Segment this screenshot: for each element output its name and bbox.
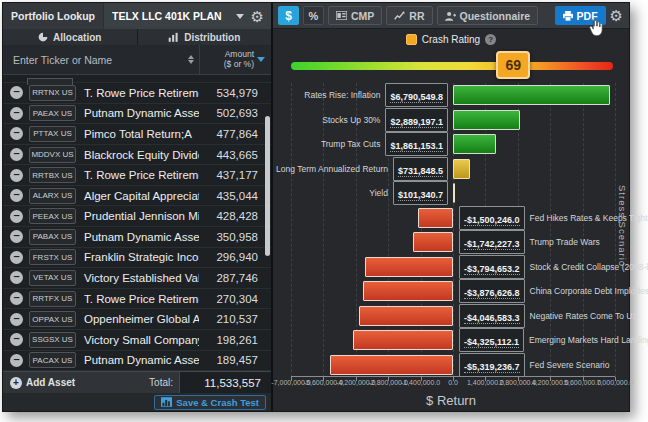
help-icon[interactable]: ? [485,34,496,45]
crash-rating-label: Crash Rating [422,34,480,45]
chart-bar[interactable] [365,257,453,277]
chart-bar[interactable] [453,85,610,105]
ticker-badge[interactable]: PEEAX US [29,208,76,224]
chart-bar[interactable] [413,232,453,252]
tab-allocation-label: Allocation [53,32,101,43]
table-row: –OPPAX USOppenheimer Global A210,537 [3,309,271,330]
table-row: –PACAX USPutnam Dynamic Asset Allocation… [3,351,271,371]
plan-select[interactable]: TELX LLC 401K PLAN [112,10,229,22]
table-row: –RRTFX UST. Rowe Price Retirement 2050 R… [3,289,271,310]
asset-amount[interactable]: 270,304 [199,293,271,305]
tab-distribution[interactable]: Distribution [138,29,272,45]
remove-asset-button[interactable]: – [10,169,23,182]
cmp-button[interactable]: CMP [328,6,382,25]
ticker-badge[interactable]: RRTNX US [29,85,76,101]
remove-asset-button[interactable]: – [10,251,23,264]
scenario-name: Rates Rise: Inflation [304,90,380,100]
pdf-button[interactable]: PDF [555,6,606,25]
scenario-value[interactable]: -$1,742,227.3 [459,230,525,254]
asset-amount[interactable]: 296,940 [199,251,271,263]
ticker-badge[interactable]: RRTBX US [29,167,76,183]
asset-amount[interactable]: 198,261 [199,334,271,346]
asset-amount[interactable]: 189,457 [199,354,271,366]
tab-allocation[interactable]: Allocation [3,29,138,45]
percent-view-button[interactable]: % [303,6,324,25]
remove-asset-button[interactable]: – [10,148,23,161]
chart-bar[interactable] [453,110,520,130]
asset-amount[interactable]: 502,693 [199,107,271,119]
ticker-badge[interactable]: FRSTX US [29,249,76,265]
sort-icon[interactable] [188,55,194,64]
ticker-badge[interactable]: PTTAX US [29,126,76,142]
save-crash-test-button[interactable]: Save & Crash Test [154,395,266,410]
ticker-badge[interactable]: PABAX US [29,229,76,245]
asset-amount[interactable]: 435,044 [199,190,271,202]
remove-asset-button[interactable]: – [10,86,23,99]
scenario-value[interactable]: $6,790,549.8 [385,83,448,107]
remove-asset-button[interactable]: – [10,127,23,140]
scenario-value[interactable]: -$3,876,626.8 [459,279,525,303]
table-row: –PABAX USPutnam Dynamic Asset Allocation… [3,227,271,248]
asset-amount[interactable]: 287,746 [199,272,271,284]
ticker-search-input[interactable]: Enter Ticker or Name [3,54,188,66]
scenario-value[interactable]: $2,889,197.1 [385,108,448,132]
ticker-badge[interactable]: SSGSX US [29,332,76,348]
chart-bar[interactable] [359,306,453,326]
scenario-value[interactable]: -$3,794,653.2 [459,255,525,279]
chart-bar[interactable] [353,330,453,350]
asset-amount[interactable]: 477,864 [199,128,271,140]
amount-dropdown-icon[interactable] [257,57,265,62]
chart-bar[interactable] [453,159,470,179]
asset-amount[interactable]: 350,958 [199,231,271,243]
asset-amount[interactable]: 443,665 [199,149,271,161]
remove-asset-button[interactable]: – [10,313,23,326]
chart-bar[interactable] [363,281,453,301]
asset-amount[interactable]: 534,979 [199,87,271,99]
rr-button[interactable]: RR [386,6,432,25]
chart-bar[interactable] [453,183,455,203]
scenario-value[interactable]: -$1,500,246.0 [459,206,525,230]
remove-asset-button[interactable]: – [10,333,23,346]
questionnaire-person-icon [445,11,456,21]
scenario-value[interactable]: $731,848.5 [393,157,448,181]
ticker-badge[interactable]: MDDVX US [29,147,76,163]
scenario-value[interactable]: -$4,046,583.3 [459,304,525,328]
remove-asset-button[interactable]: – [10,292,23,305]
chart-bar[interactable] [453,134,496,154]
remove-asset-button[interactable]: – [10,230,23,243]
remove-asset-button[interactable]: – [10,107,23,120]
asset-amount[interactable]: 437,177 [199,169,271,181]
scenario-value[interactable]: $101,340.7 [393,181,448,205]
remove-asset-button[interactable]: – [10,189,23,202]
asset-amount[interactable]: 428,428 [199,210,271,222]
remove-asset-button[interactable]: – [10,210,23,223]
gear-icon[interactable]: ⚙ [251,9,264,24]
asset-amount[interactable]: 210,537 [199,313,271,325]
crash-rating-marker[interactable]: 69 [496,51,530,79]
ticker-badge[interactable]: RRTFX US [29,291,76,307]
dollar-view-button[interactable]: $ [278,6,299,25]
chevron-down-icon[interactable] [236,14,244,19]
chart-bar[interactable] [330,355,453,375]
plus-icon: + [10,377,22,389]
scenario-value[interactable]: $1,861,153.1 [385,132,448,156]
asset-name: Putnam Dynamic Asset Allocation [76,354,199,366]
scrollbar-track[interactable] [265,75,270,371]
chart-bar[interactable] [418,208,453,228]
add-asset-button[interactable]: + Add Asset [3,377,75,389]
asset-name: Blackrock Equity Dividend Inv A [76,149,199,161]
ticker-badge[interactable]: VETAX US [29,270,76,286]
portfolio-lookup-button[interactable]: Portfolio Lookup [3,3,104,29]
ticker-badge[interactable]: ALARX US [29,188,76,204]
settings-gear-icon[interactable]: ⚙ [610,8,623,23]
scenario-value[interactable]: -$5,319,236.7 [459,353,525,377]
scenario-value[interactable]: -$4,325,112.1 [459,328,524,352]
portfolio-tabs: Allocation Distribution [3,29,271,45]
questionnaire-button[interactable]: Questionnaire [437,6,539,25]
ticker-badge[interactable]: OPPAX US [29,311,76,327]
ticker-badge[interactable]: PACAX US [29,352,76,368]
remove-asset-button[interactable]: – [10,271,23,284]
scrollbar-thumb[interactable] [265,116,270,255]
ticker-badge[interactable]: PAEAX US [29,105,76,121]
remove-asset-button[interactable]: – [10,354,23,367]
